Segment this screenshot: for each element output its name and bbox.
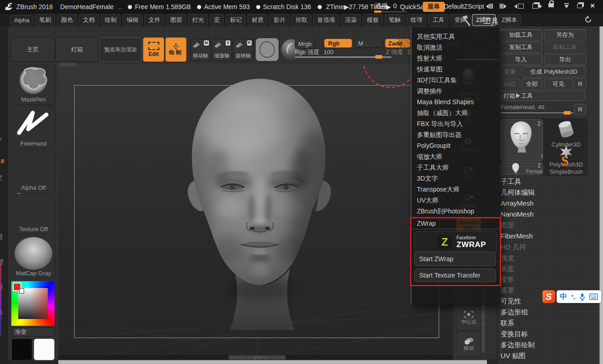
zplugin-item-transpose-master[interactable]: Transpose大师 [411,184,500,195]
mrgb-button[interactable]: Mrgb [295,39,315,49]
zplugin-item-adjust[interactable]: 调整插件 [411,86,500,96]
goz-all-button[interactable]: 全部 [522,78,542,90]
menu-preferences[interactable]: 首选项 [313,14,339,26]
goz-visible-button[interactable]: 可见 [544,78,573,90]
section-subtool[interactable]: 子工具 [501,176,587,187]
menu-light[interactable]: 灯光 [188,14,208,26]
zplugin-item-polygroupit[interactable]: PolyGroupIt [411,140,500,151]
tool-item-simplebrush[interactable]: S SimpleBrush [546,168,586,176]
close-icon[interactable]: × [590,1,595,10]
zplugin-item-3d-print-hub[interactable]: 3D打印工具集 [411,75,500,86]
menu-edit[interactable]: 编辑 [122,14,142,26]
zplugin-item-3d-text[interactable]: 3D文字 [411,173,500,184]
rgb-button[interactable]: Rgb [324,39,352,48]
section-contact[interactable]: 联系 [501,318,587,329]
rotate-gyro-button[interactable]: R 旋转轴 [233,39,253,61]
zplugin-item-deactivate[interactable]: 取消激活 [411,42,500,53]
zplugin-item-zbrush-to-photoshop[interactable]: ZBrush到Photoshop [411,206,500,217]
frame-center-button[interactable]: 中心点 [456,305,481,330]
export-button[interactable]: 导出 [544,54,586,65]
edit-button[interactable]: Edit [143,37,164,62]
sculpt-head[interactable] [175,75,344,330]
section-arraymesh[interactable]: ArrayMesh [501,198,587,209]
zscript-name[interactable]: DefaultZScript [444,3,484,10]
menu-material[interactable]: 材质 [248,14,268,26]
copy-tool-button[interactable]: 复制工具 [499,41,542,53]
menu-brush[interactable]: 笔刷 [35,14,55,26]
menu-render[interactable]: 渲染 [341,14,361,26]
load-tool-button[interactable]: 加载工具 [499,29,542,40]
active-tool-knob[interactable] [563,111,571,115]
restore-icon[interactable] [577,4,583,8]
section-morph-target[interactable]: 变换目标 [501,329,587,339]
menu-tool[interactable]: 工具 [428,14,448,26]
zadd-button[interactable]: Zadd [385,39,410,48]
current-alpha-tile[interactable]: Alpha Off [11,150,56,193]
shelf-drag-handle[interactable] [59,63,76,66]
menu-stencil[interactable]: 模板 [363,14,383,26]
copy-prev-icon[interactable] [514,4,524,9]
section-polypaint[interactable]: 多边形绘制 [501,339,587,350]
hscrollbar-handle[interactable] [228,355,286,359]
ime-lang-toggle[interactable]: 中 [560,292,567,302]
menu-marker[interactable]: 标记 [226,14,246,26]
zplugin-item-misc-utilities[interactable]: 其他实用工具 [411,31,500,42]
section-uv-map[interactable]: UV 贴图 [501,350,587,361]
section-fibermesh[interactable]: FiberMesh [501,231,587,242]
canvas-hscrollbar[interactable] [58,355,453,360]
active-subtool-tile[interactable]: 2 FemaleHead [500,119,543,161]
window-right-scrollbar[interactable] [599,26,603,364]
tool-r-button[interactable]: R [574,104,586,115]
draw-button[interactable]: -¦- 绘制 [165,37,187,62]
lightbox-button[interactable]: 灯箱 [56,37,98,62]
minimize-icon[interactable] [564,3,569,8]
menu-stroke[interactable]: 笔触 [385,14,405,26]
recent-head-tile[interactable]: 2 FemaleHead [500,162,543,175]
menu-alpha[interactable]: Alpha [10,15,33,25]
menu-zscript[interactable]: Z脚本 [497,14,521,26]
ime-keyboard-icon[interactable] [589,293,598,300]
rgb-intensity-slider[interactable] [295,56,391,58]
move-gyro-button[interactable]: M 移动轴 [190,39,211,61]
import-button[interactable]: 导入 [499,54,542,65]
tool-item-cylinder[interactable]: Cylinder3D [546,119,586,145]
zplugin-item-uv-master[interactable]: UV大师 [411,195,500,206]
ime-logo[interactable]: S [542,290,555,303]
palette-reset-icon[interactable] [584,15,593,24]
section-layers[interactable]: 图层 [501,220,587,231]
goz-r-button[interactable]: R [574,78,586,90]
color-picker[interactable] [11,281,55,326]
active-tool-slider[interactable]: FemaleHead. 48 [501,104,573,113]
home-button[interactable]: 主页 [11,37,55,62]
section-polygroups[interactable]: 多边形组 [501,307,587,318]
preview-boolean-button[interactable]: 预览布尔渲染 [99,37,142,62]
current-material-tile[interactable]: MatCap Gray [11,236,56,278]
zplugin-item-quicksketch[interactable]: 快速草图 [411,64,500,75]
scale-gyro-button[interactable]: S 缩放轴 [212,39,232,61]
zplugin-item-maya-blend-shapes[interactable]: Maya Blend Shapes [411,96,500,107]
zscript-forward-icon[interactable] [500,4,507,9]
menu-draw[interactable]: 绘制 [101,14,121,26]
ime-mic-icon[interactable] [579,293,585,301]
menu-document[interactable]: 文档 [79,14,99,26]
current-tool-preview[interactable] [256,38,279,61]
section-preview[interactable]: 预览 [501,253,587,263]
save-as-button[interactable]: 另存为 [544,29,586,40]
zplugin-item-scale-master[interactable]: 缩放大师 [411,151,500,162]
m-button[interactable]: M [354,39,383,48]
menu-movie[interactable]: 影片 [269,14,289,26]
menu-toggle-button[interactable]: 菜单 [423,2,445,12]
lightbox-tool-button[interactable]: 灯箱▶工具 [499,91,585,101]
current-texture-tile[interactable]: Texture Off [11,194,56,234]
zscript-rewind-icon[interactable] [486,4,493,9]
ime-punct-toggle[interactable]: °, [571,293,575,300]
zplugin-item-fbx[interactable]: FBX 导出与导入 [411,118,500,129]
secondary-color-swatch[interactable] [34,339,55,360]
menu-color[interactable]: 颜色 [57,14,77,26]
move-canvas-button[interactable]: 移动 [456,331,481,357]
main-color-swatch[interactable] [11,339,32,360]
menu-texture[interactable]: 纹理 [406,14,426,26]
perspective-slider[interactable]: 透视 0 [375,2,397,10]
zplugin-item-multimap-exporter[interactable]: 多重贴图导出器 [411,129,500,140]
lock-icon[interactable] [548,3,554,7]
